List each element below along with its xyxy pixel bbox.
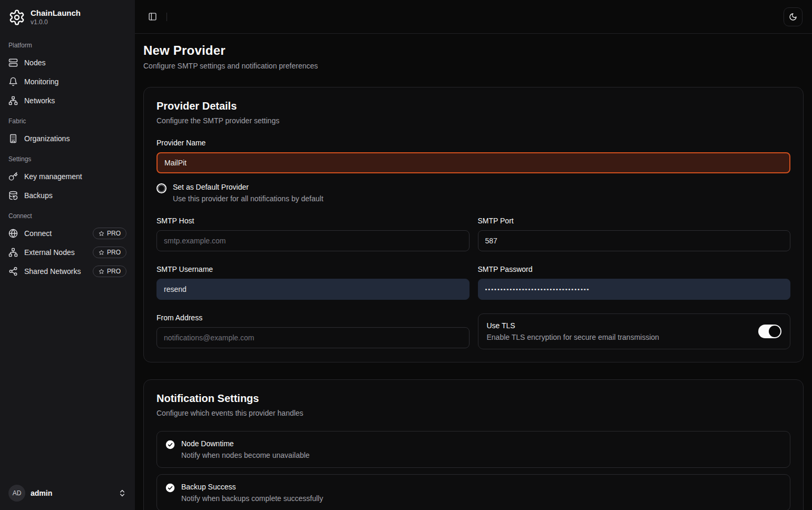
event-description: Notify when nodes become unavailable xyxy=(181,451,310,459)
sidebar-item-nodes[interactable]: Nodes xyxy=(4,53,131,72)
provider-name-input[interactable] xyxy=(156,152,790,173)
sidebar-item-label: Connect xyxy=(24,229,52,238)
provider-details-card: Provider Details Configure the SMTP prov… xyxy=(143,87,804,362)
smtp-username-field: SMTP Username xyxy=(156,265,469,300)
bell-icon xyxy=(8,77,18,86)
server-icon xyxy=(8,58,18,67)
key-icon xyxy=(8,172,18,181)
sidebar-item-shared-networks[interactable]: Shared Networks PRO xyxy=(4,262,131,281)
smtp-port-field: SMTP Port xyxy=(478,217,791,251)
use-tls-description: Enable TLS encryption for secure email t… xyxy=(487,333,659,341)
sidebar-item-label: Shared Networks xyxy=(24,267,81,276)
user-menu[interactable]: AD admin xyxy=(4,480,131,506)
event-label: Node Downtime xyxy=(181,439,310,448)
smtp-username-label: SMTP Username xyxy=(156,265,469,273)
sidebar-item-label: External Nodes xyxy=(24,248,75,257)
topbar xyxy=(135,0,812,34)
network-icon xyxy=(8,96,18,105)
toggle-knob xyxy=(769,326,780,337)
building-icon xyxy=(8,134,18,143)
theme-toggle-button[interactable] xyxy=(784,7,803,26)
avatar: AD xyxy=(8,485,25,502)
panel-left-icon xyxy=(148,12,157,21)
from-address-input[interactable] xyxy=(156,327,469,348)
page-content: New Provider Configure SMTP settings and… xyxy=(135,34,812,510)
main-area: New Provider Configure SMTP settings and… xyxy=(135,0,812,510)
provider-name-label: Provider Name xyxy=(156,139,790,147)
card-subtitle: Configure which events this provider han… xyxy=(156,409,790,417)
event-description: Notify when backups complete successfull… xyxy=(181,494,323,503)
card-subtitle: Configure the SMTP provider settings xyxy=(156,116,790,125)
from-address-label: From Address xyxy=(156,313,469,322)
sidebar-item-label: Networks xyxy=(24,96,55,105)
use-tls-toggle[interactable] xyxy=(758,325,781,338)
app-version: v1.0.0 xyxy=(31,18,81,26)
default-provider-radio[interactable] xyxy=(156,183,167,193)
sidebar-toggle-button[interactable] xyxy=(144,9,160,25)
section-label-platform: Platform xyxy=(4,30,131,53)
card-title: Provider Details xyxy=(156,100,790,112)
smtp-port-input[interactable] xyxy=(478,230,791,251)
smtp-form-grid: SMTP Host SMTP Port SMTP Username SMTP P… xyxy=(156,217,790,349)
app-name: ChainLaunch xyxy=(31,8,81,18)
check-circle-icon xyxy=(165,440,175,449)
use-tls-box: Use TLS Enable TLS encryption for secure… xyxy=(478,313,791,349)
default-provider-description: Use this provider for all notifications … xyxy=(173,194,324,203)
star-icon xyxy=(99,250,104,256)
event-label: Backup Success xyxy=(181,483,323,491)
sidebar-item-label: Nodes xyxy=(24,58,45,67)
pro-badge: PRO xyxy=(93,247,126,258)
smtp-password-field: SMTP Password xyxy=(478,265,791,300)
sidebar: ChainLaunch v1.0.0 Platform Nodes Monito… xyxy=(0,0,135,510)
sidebar-item-label: Monitoring xyxy=(24,77,58,86)
smtp-port-label: SMTP Port xyxy=(478,217,791,225)
chainlaunch-logo-icon xyxy=(8,9,25,26)
smtp-host-field: SMTP Host xyxy=(156,217,469,251)
default-provider-label: Set as Default Provider xyxy=(173,183,324,191)
use-tls-label: Use TLS xyxy=(487,321,659,330)
sidebar-item-organizations[interactable]: Organizations xyxy=(4,129,131,148)
brand: ChainLaunch v1.0.0 xyxy=(4,4,131,30)
topbar-separator xyxy=(167,13,167,21)
card-title: Notification Settings xyxy=(156,393,790,405)
database-backup-icon xyxy=(8,191,18,200)
check-circle-icon xyxy=(165,483,175,493)
sidebar-item-external-nodes[interactable]: External Nodes PRO xyxy=(4,243,131,262)
smtp-password-label: SMTP Password xyxy=(478,265,791,273)
pro-badge: PRO xyxy=(93,228,126,239)
smtp-username-input[interactable] xyxy=(156,279,469,300)
section-label-fabric: Fabric xyxy=(4,110,131,129)
network-icon xyxy=(8,248,18,257)
globe-icon xyxy=(8,229,18,238)
user-name: admin xyxy=(31,489,52,497)
sidebar-item-backups[interactable]: Backups xyxy=(4,186,131,205)
event-node-downtime[interactable]: Node Downtime Notify when nodes become u… xyxy=(156,431,790,468)
default-provider-row: Set as Default Provider Use this provide… xyxy=(156,183,790,203)
smtp-host-input[interactable] xyxy=(156,230,469,251)
chevrons-up-down-icon xyxy=(118,489,126,497)
sidebar-item-networks[interactable]: Networks xyxy=(4,91,131,110)
page-subtitle: Configure SMTP settings and notification… xyxy=(143,62,804,70)
star-icon xyxy=(99,269,104,274)
page-title: New Provider xyxy=(143,43,804,58)
sidebar-item-monitoring[interactable]: Monitoring xyxy=(4,72,131,91)
event-backup-success[interactable]: Backup Success Notify when backups compl… xyxy=(156,474,790,510)
section-label-connect: Connect xyxy=(4,205,131,224)
sidebar-item-label: Organizations xyxy=(24,134,70,143)
share-icon xyxy=(8,267,18,276)
moon-icon xyxy=(789,13,797,21)
star-icon xyxy=(99,231,104,237)
sidebar-item-label: Key management xyxy=(24,172,82,181)
notification-settings-card: Notification Settings Configure which ev… xyxy=(143,379,804,510)
sidebar-item-key-management[interactable]: Key management xyxy=(4,167,131,186)
section-label-settings: Settings xyxy=(4,148,131,167)
sidebar-item-connect[interactable]: Connect PRO xyxy=(4,224,131,243)
from-address-field: From Address xyxy=(156,313,469,349)
smtp-host-label: SMTP Host xyxy=(156,217,469,225)
sidebar-item-label: Backups xyxy=(24,191,53,200)
pro-badge: PRO xyxy=(93,266,126,277)
smtp-password-input[interactable] xyxy=(478,279,791,300)
